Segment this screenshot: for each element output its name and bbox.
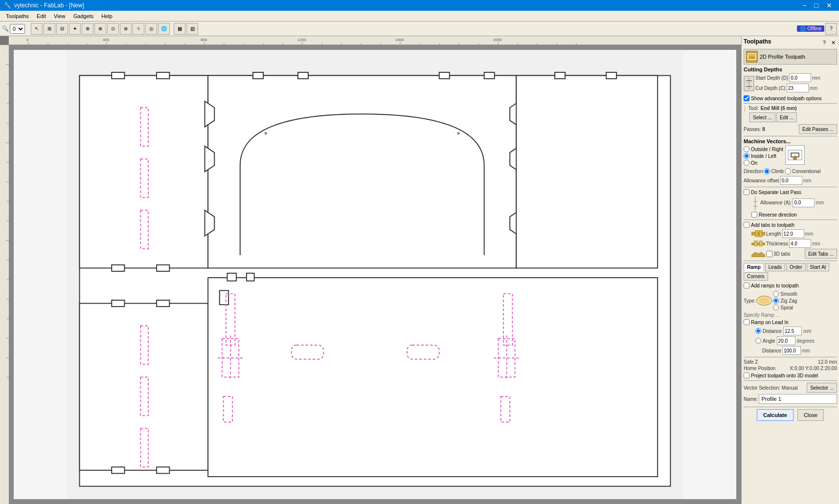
outside-right-radio[interactable]	[744, 146, 749, 152]
svg-rect-57	[112, 72, 124, 79]
menu-toolpaths[interactable]: Toolpaths	[2, 12, 33, 20]
help-btn[interactable]: ?	[825, 23, 837, 35]
on-label: On	[751, 160, 757, 166]
tab-ramp[interactable]: Ramp	[744, 263, 764, 271]
toolbar-btn-2[interactable]: ⊞	[44, 23, 55, 35]
on-radio[interactable]	[744, 160, 749, 166]
inside-left-radio[interactable]	[744, 153, 749, 159]
app-icon: 🔧	[4, 2, 11, 9]
ramp-dist2-input[interactable]	[782, 346, 801, 355]
toolbar-btn-4[interactable]: ⊕	[82, 23, 93, 35]
show-advanced-checkbox[interactable]	[744, 95, 749, 101]
edit-tool-btn[interactable]: Edit ...	[776, 112, 797, 122]
canvas-viewport[interactable]	[9, 45, 741, 504]
ramp-fields: Distance mm Angle degrees Distance mm	[755, 327, 837, 355]
tabs-length-label: Length	[766, 231, 781, 237]
select-tool-btn[interactable]: Select ...	[749, 112, 775, 122]
machine-vectors-label: Machine Vectors...	[744, 138, 837, 144]
toolbar-btn-12[interactable]: ▧	[186, 23, 198, 35]
menu-edit[interactable]: Edit	[33, 12, 50, 20]
zoom-select[interactable]: 0	[10, 24, 25, 34]
svg-rect-59	[112, 265, 124, 271]
minimize-button[interactable]: −	[799, 0, 809, 11]
ramp-angle-input[interactable]	[777, 336, 795, 345]
start-depth-unit: mm	[812, 75, 820, 81]
cut-depth-input[interactable]	[787, 84, 809, 92]
smooth-radio[interactable]	[773, 291, 779, 297]
main-tab-bar: Ramp Leads Order Start At Corners	[744, 263, 837, 281]
tool-line-icon: │	[744, 106, 747, 111]
add-tabs-checkbox[interactable]	[744, 222, 749, 228]
zigzag-radio[interactable]	[773, 298, 779, 304]
toolbar-btn-snap[interactable]: ✦	[69, 23, 81, 35]
panel-help-btn[interactable]: ?	[820, 39, 828, 46]
start-depth-input[interactable]	[789, 73, 811, 82]
menu-bar: Toolpaths Edit View Gadgets Help	[0, 11, 839, 22]
climb-radio[interactable]	[764, 168, 770, 175]
safe-z-value: 12.0 mm	[818, 359, 837, 365]
ramp-dist2-row: Distance mm	[755, 346, 837, 355]
toolbar-btn-8[interactable]: ✧	[133, 23, 144, 35]
ramp-dist2-unit: mm	[802, 348, 810, 353]
menu-help[interactable]: Help	[97, 12, 116, 20]
svg-text:400: 400	[103, 38, 110, 42]
toolbar-btn-1[interactable]: ↖	[31, 23, 43, 35]
conventional-label: Conventional	[792, 169, 820, 174]
project-3d-checkbox[interactable]	[744, 373, 749, 378]
ruler-top: 0 400 800 1200 1600 2000	[9, 36, 741, 45]
tab-leads[interactable]: Leads	[765, 263, 785, 271]
maximize-button[interactable]: □	[812, 0, 821, 11]
allowance-input[interactable]	[780, 176, 802, 185]
svg-point-77	[265, 132, 267, 134]
toolbar-btn-11[interactable]: ▦	[174, 23, 185, 35]
start-depth-label: Start Depth (D)	[755, 75, 788, 81]
ramp-distance-radio[interactable]	[755, 328, 761, 334]
conventional-radio[interactable]	[785, 168, 791, 175]
close-panel-btn[interactable]: Close	[797, 409, 824, 421]
ramp-type-row: Type: Smooth Zig Zag Spiral	[744, 290, 837, 311]
separate-pass-checkbox[interactable]	[744, 189, 749, 195]
allowance-a-input[interactable]	[793, 198, 815, 207]
selector-btn[interactable]: Selector ...	[807, 383, 837, 393]
panel-close-icon[interactable]: ✕	[829, 39, 837, 46]
canvas-area[interactable]: 0 400 800 1200 1600 2000	[0, 36, 741, 504]
add-ramps-label: Add ramps to toolpath	[751, 283, 799, 288]
tab-order[interactable]: Order	[786, 263, 806, 271]
tabs-length-input[interactable]	[782, 229, 804, 238]
edit-tabs-btn[interactable]: Edit Tabs ...	[805, 249, 837, 259]
ramp-on-lead-checkbox[interactable]	[744, 319, 749, 325]
toolbar-btn-5[interactable]: ⊗	[94, 23, 106, 35]
add-ramps-checkbox[interactable]	[744, 283, 749, 288]
name-input[interactable]	[759, 394, 837, 404]
svg-text:800: 800	[201, 38, 207, 42]
toolbar-btn-9[interactable]: ◎	[145, 23, 157, 35]
svg-rect-81	[247, 273, 254, 281]
tabs-thickness-input[interactable]	[789, 239, 811, 248]
separate-pass-icon-row: Allowance (A): mm	[751, 197, 837, 210]
separate-pass-options: Allowance (A): mm Reverse direction	[751, 197, 837, 218]
smooth-row: Smooth	[773, 291, 797, 297]
ramp-distance-input[interactable]	[783, 327, 802, 335]
ramp-angle-label: Angle	[763, 338, 775, 344]
toolpath-header: 2D Profile Toolpath	[744, 49, 837, 65]
tab-start-at[interactable]: Start At	[807, 263, 830, 271]
ramp-angle-unit: degrees	[797, 338, 815, 344]
threed-tabs-checkbox[interactable]	[766, 251, 772, 257]
menu-gadgets[interactable]: Gadgets	[69, 12, 98, 20]
svg-text:0: 0	[26, 38, 29, 42]
toolbar-btn-10[interactable]: 🌐	[158, 23, 170, 35]
main-layout: 0 400 800 1200 1600 2000	[0, 36, 839, 504]
menu-view[interactable]: View	[50, 12, 69, 20]
ramp-angle-radio[interactable]	[755, 338, 761, 344]
toolbar-btn-3[interactable]: ⊟	[56, 23, 68, 35]
close-button[interactable]: ✕	[823, 0, 835, 11]
edit-passes-btn[interactable]: Edit Passes ...	[799, 124, 837, 134]
toolbar-btn-7[interactable]: ⊛	[120, 23, 132, 35]
toolbar-btn-6[interactable]: ⊙	[107, 23, 119, 35]
calculate-btn[interactable]: Calculate	[757, 409, 794, 421]
tab-corners[interactable]: Corners	[744, 272, 768, 281]
reverse-direction-checkbox[interactable]	[751, 212, 757, 218]
divider-7	[744, 380, 837, 381]
spiral-radio[interactable]	[773, 305, 779, 310]
title-bar: 🔧 vytechnic - FabLab - [New] − □ ✕	[0, 0, 839, 11]
